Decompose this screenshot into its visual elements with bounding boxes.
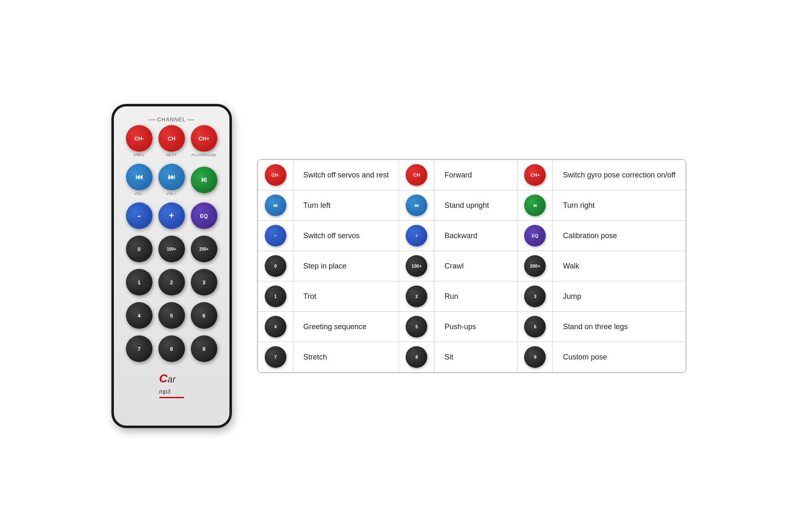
- vol-minus-label: VOL-: [134, 192, 144, 196]
- table-btn[interactable]: ⏯: [524, 195, 546, 216]
- table-btn[interactable]: 3: [524, 286, 546, 307]
- ch-plus-button[interactable]: CH+: [191, 125, 217, 152]
- action-cell-2: Crawl: [434, 251, 517, 281]
- table-btn-label: +: [415, 233, 418, 238]
- hundred-button[interactable]: 100+: [158, 236, 185, 262]
- table-btn[interactable]: 5: [406, 316, 427, 337]
- next-icon: ⏭: [168, 173, 175, 182]
- play-group: ⏯: [191, 167, 217, 193]
- action-cell-3: Turn right: [553, 190, 686, 221]
- table-btn[interactable]: EQ: [524, 225, 546, 246]
- four-button[interactable]: 4: [126, 302, 153, 329]
- nine-button[interactable]: 9: [191, 335, 217, 362]
- table-btn[interactable]: CH-: [265, 164, 286, 186]
- ch-group: CH NEXT: [158, 125, 185, 157]
- play-button[interactable]: ⏯: [191, 167, 217, 193]
- btn-cell-1: 1: [258, 281, 293, 312]
- table-btn[interactable]: 4: [265, 316, 286, 337]
- brand-logo: Carmp3: [159, 372, 184, 398]
- logo-c: C: [159, 372, 167, 385]
- one-button[interactable]: 1: [126, 269, 153, 296]
- action-cell-2: Stand upright: [434, 190, 517, 221]
- table-btn-label: 0: [274, 264, 277, 268]
- action-cell-1: Greeting sequence: [293, 312, 399, 342]
- logo-underline: [159, 397, 184, 398]
- ch-minus-label: CH-: [134, 135, 144, 142]
- play-icon: ⏯: [200, 175, 208, 184]
- five-button[interactable]: 5: [158, 302, 185, 329]
- table-row: − Switch off servos + Backward EQ Calibr…: [258, 221, 686, 251]
- three-button[interactable]: 3: [191, 269, 217, 296]
- table-btn[interactable]: ⏮: [265, 195, 286, 216]
- table-row: 7 Stretch 8 Sit 9 Custom pose: [258, 342, 686, 372]
- table-btn[interactable]: −: [265, 225, 286, 246]
- table-row: 4 Greeting sequence 5 Push-ups 6 Stand o…: [258, 312, 686, 342]
- ch-minus-group: CH- PREV: [126, 125, 153, 157]
- ch-button[interactable]: CH: [158, 125, 185, 152]
- table-btn[interactable]: 1: [265, 286, 286, 307]
- table-btn-label: CH+: [530, 172, 539, 177]
- table-btn[interactable]: +: [406, 225, 427, 246]
- action-cell-1: Step in place: [293, 251, 399, 281]
- table-btn-label: 9: [534, 355, 536, 360]
- prev-icon: ⏮: [135, 173, 143, 182]
- prev-button[interactable]: ⏮: [126, 164, 153, 190]
- table-btn[interactable]: 9: [524, 346, 546, 368]
- table-btn-label: ⏭: [414, 203, 419, 208]
- btn-cell-3: 3: [517, 281, 553, 312]
- btn-cell-1: ⏮: [258, 190, 293, 221]
- row-789: 7 8 9: [126, 335, 217, 362]
- play-pause-label: PLAY/PAUSE: [192, 153, 217, 157]
- action-cell-1: Switch off servos: [293, 221, 399, 251]
- table-row: 1 Trot 2 Run 3 Jump: [258, 281, 686, 312]
- media-row: ⏮ VOL- ⏭ VOL+ ⏯: [126, 164, 217, 196]
- table-btn-label: 2: [415, 294, 418, 299]
- table-btn[interactable]: CH+: [524, 164, 546, 186]
- table-btn[interactable]: CH: [406, 164, 427, 186]
- plus-button[interactable]: +: [158, 202, 185, 229]
- action-cell-1: Switch off servos and rest: [293, 160, 399, 190]
- table-btn[interactable]: 200+: [524, 255, 546, 277]
- eq-button[interactable]: EQ: [191, 202, 217, 229]
- zero-button[interactable]: 0: [126, 236, 153, 262]
- action-cell-1: Trot: [293, 281, 399, 312]
- action-cell-2: Run: [434, 281, 517, 312]
- zero-row: 0 100+ 200+: [126, 236, 217, 262]
- action-cell-2: Forward: [434, 160, 517, 190]
- next-button[interactable]: ⏭: [158, 164, 185, 190]
- ch-minus-button[interactable]: CH-: [126, 125, 153, 152]
- table-btn[interactable]: ⏭: [406, 195, 427, 216]
- table-btn-label: EQ: [532, 233, 539, 238]
- two-hundred-button[interactable]: 200+: [191, 236, 217, 262]
- table-btn-label: ⏮: [273, 203, 278, 208]
- table-btn[interactable]: 8: [406, 346, 427, 368]
- seven-button[interactable]: 7: [126, 335, 153, 362]
- nine-label: 9: [202, 346, 205, 352]
- table-btn[interactable]: 2: [406, 286, 427, 307]
- row-456: 4 5 6: [126, 302, 217, 329]
- btn-cell-2: ⏭: [399, 190, 434, 221]
- table-btn-label: 4: [274, 324, 277, 329]
- row-123: 1 2 3: [126, 269, 217, 296]
- btn-cell-1: 7: [258, 342, 293, 372]
- six-button[interactable]: 6: [191, 302, 217, 329]
- eight-button[interactable]: 8: [158, 335, 185, 362]
- one-label: 1: [138, 279, 140, 286]
- action-cell-3: Calibration pose: [553, 221, 686, 251]
- btn-cell-1: 0: [258, 251, 293, 281]
- mapping-table: CH- Switch off servos and rest CH Forwar…: [258, 160, 686, 372]
- prev-label: PREV: [133, 153, 145, 157]
- remote-control: CHANNEL CH- PREV CH NEXT CH+ PLAY/PAUSE: [111, 104, 232, 428]
- btn-cell-3: 200+: [517, 251, 553, 281]
- btn-cell-2: 2: [399, 281, 434, 312]
- btn-cell-1: −: [258, 221, 293, 251]
- table-btn[interactable]: 6: [524, 316, 546, 337]
- action-cell-3: Switch gyro pose correction on/off: [553, 160, 686, 190]
- table-btn[interactable]: 7: [265, 346, 286, 368]
- eq-row: - + EQ: [126, 202, 217, 229]
- table-btn[interactable]: 100+: [406, 255, 427, 277]
- minus-button[interactable]: -: [126, 202, 153, 229]
- next-group: ⏭ VOL+: [158, 164, 185, 196]
- table-btn[interactable]: 0: [265, 255, 286, 277]
- two-button[interactable]: 2: [158, 269, 185, 296]
